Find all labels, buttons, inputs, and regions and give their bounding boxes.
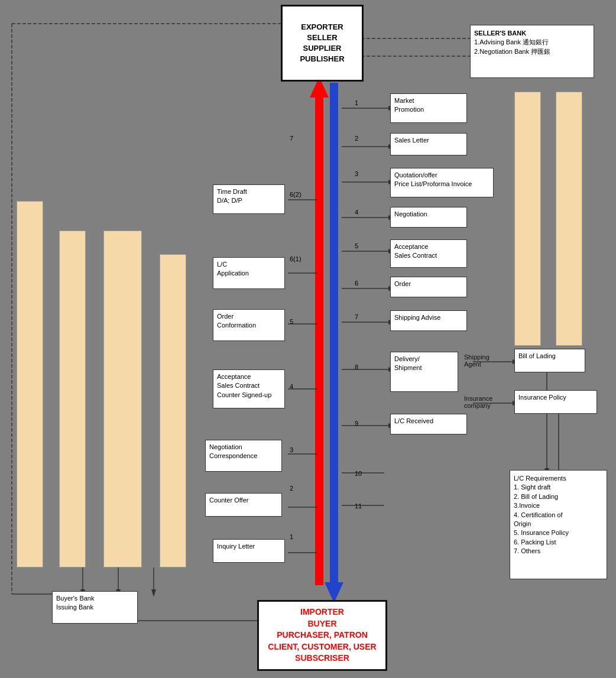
lc-application-box: L/C Application — [213, 257, 285, 289]
insurance-policy-label: Insurance Policy — [518, 394, 566, 401]
market-promotion-box: Market Promotion — [390, 93, 467, 123]
sellers-bank-box: SELLER'S BANK 1.Advising Bank 通知銀行 2.Neg… — [470, 25, 594, 78]
order-conformation-box: Order Conformation — [213, 309, 285, 341]
quotation-label: Quotation/offer Price List/Proforma Invo… — [394, 171, 472, 187]
time-draft-label: Time Draft D/A; D/P — [217, 188, 247, 204]
tan-bar-2 — [59, 231, 86, 567]
importer-line1: IMPORTER — [268, 606, 376, 618]
order-box: Order — [390, 277, 467, 297]
insurance-company-label: Insurance company — [464, 395, 511, 409]
step-7-right: 7 — [355, 313, 358, 320]
step-4-right: 4 — [355, 209, 358, 216]
counter-offer-label: Counter Offer — [209, 497, 248, 504]
step-1-right: 1 — [355, 99, 358, 106]
sellers-bank-line1: 1.Advising Bank 通知銀行 — [474, 38, 590, 47]
step-3-left: 3 — [290, 446, 293, 453]
shipping-agent-label: Shipping Agent — [464, 353, 511, 368]
lc-received-label: L/C Received — [394, 417, 433, 424]
delivery-box: Delivery/ Shipment — [390, 352, 458, 392]
step-4-left: 4 — [290, 383, 293, 390]
importer-line3: PURCHASER, PATRON — [268, 630, 376, 641]
buyers-bank-line2: Issuing Bank — [56, 603, 134, 612]
time-draft-box: Time Draft D/A; D/P — [213, 184, 285, 214]
importer-line5: SUBSCRISER — [268, 653, 376, 664]
lc-application-label: L/C Application — [217, 261, 249, 277]
order-conformation-label: Order Conformation — [217, 313, 256, 329]
sellers-bank-line2: 2.Negotiation Bank 押匯銀 — [474, 47, 590, 56]
negotiation-box: Negotiation — [390, 207, 467, 228]
importer-line4: CLIENT, CUSTOMER, USER — [268, 641, 376, 653]
tan-bar-3 — [103, 231, 142, 567]
step-3-right: 3 — [355, 170, 358, 177]
market-promotion-label: Market Promotion — [394, 97, 424, 113]
step-5-left: 5 — [290, 318, 293, 325]
acceptance-sales-box: Acceptance Sales Contract — [390, 239, 467, 268]
acceptance-sales-counter-box: Acceptance Sales Contract Counter Signed… — [213, 369, 285, 408]
step-9-right: 9 — [355, 420, 358, 427]
negotiation-correspondence-label: Negotiation Correspondence — [209, 443, 257, 459]
buyers-bank-box: Buyer's Bank Issuing Bank — [52, 591, 138, 624]
step-7-left: 7 — [290, 135, 293, 142]
tan-bar-1 — [17, 201, 43, 567]
quotation-box: Quotation/offer Price List/Proforma Invo… — [390, 168, 494, 197]
sales-letter-label: Sales Letter — [394, 137, 429, 144]
tan-bar-4 — [160, 254, 186, 567]
acceptance-sales-label: Acceptance Sales Contract — [394, 243, 437, 259]
step-6-right: 6 — [355, 280, 358, 287]
step-5-right: 5 — [355, 242, 358, 249]
acceptance-sales-counter-label: Acceptance Sales Contract Counter Signed… — [217, 373, 271, 398]
negotiation-correspondence-box: Negotiation Correspondence — [205, 440, 282, 472]
step-1-left: 1 — [290, 533, 293, 540]
exporter-box: EXPORTER SELLER SUPPLIER PUBLISHER — [281, 5, 364, 82]
lc-requirements-label: L/C Requirements 1. Sight draft 2. Bill … — [514, 475, 569, 554]
inquiry-letter-box: Inquiry Letter — [213, 539, 285, 563]
sellers-bank-title: SELLER'S BANK — [474, 29, 590, 38]
step-2-right: 2 — [355, 135, 358, 142]
shipping-advise-box: Shipping Advise — [390, 310, 467, 331]
step-10-right: 10 — [355, 470, 362, 477]
lc-received-box: L/C Received — [390, 414, 467, 434]
step-11-right: 11 — [355, 502, 362, 510]
buyers-bank-line1: Buyer's Bank — [56, 594, 134, 603]
counter-offer-box: Counter Offer — [205, 493, 282, 517]
bill-of-lading-label: Bill of Lading — [518, 352, 556, 359]
negotiation-label: Negotiation — [394, 210, 427, 218]
delivery-label: Delivery/ Shipment — [394, 355, 422, 371]
step-61-left: 6(1) — [290, 255, 301, 262]
shipping-advise-label: Shipping Advise — [394, 314, 440, 321]
step-62-left: 6(2) — [290, 191, 301, 198]
step-2-left: 2 — [290, 485, 293, 492]
lc-requirements-box: L/C Requirements 1. Sight draft 2. Bill … — [510, 470, 607, 579]
importer-line2: BUYER — [268, 618, 376, 630]
svg-marker-51 — [151, 589, 156, 597]
exporter-label: EXPORTER SELLER SUPPLIER PUBLISHER — [300, 22, 344, 65]
tan-bar-right-2 — [556, 92, 582, 346]
bill-of-lading-box: Bill of Lading — [514, 349, 585, 372]
insurance-policy-box: Insurance Policy — [514, 390, 597, 414]
order-label: Order — [394, 280, 411, 287]
sales-letter-box: Sales Letter — [390, 133, 467, 155]
inquiry-letter-label: Inquiry Letter — [217, 543, 255, 550]
step-8-right: 8 — [355, 364, 358, 371]
importer-box: IMPORTER BUYER PURCHASER, PATRON CLIENT,… — [257, 600, 387, 671]
tan-bar-right-1 — [514, 92, 541, 346]
